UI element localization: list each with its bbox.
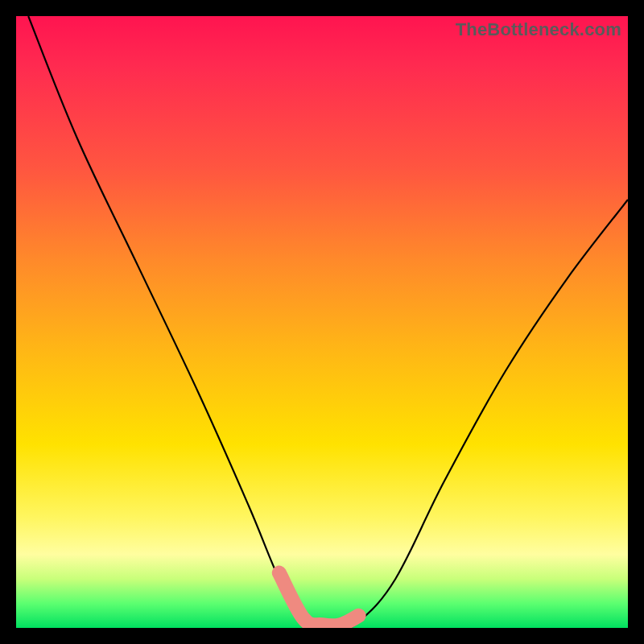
plot-area: [16, 16, 628, 628]
highlight-band: [279, 573, 359, 626]
bottleneck-curve: [28, 16, 628, 628]
watermark-text: TheBottleneck.com: [456, 19, 621, 40]
curve-layer: [16, 16, 628, 628]
chart-frame: TheBottleneck.com: [0, 0, 644, 644]
